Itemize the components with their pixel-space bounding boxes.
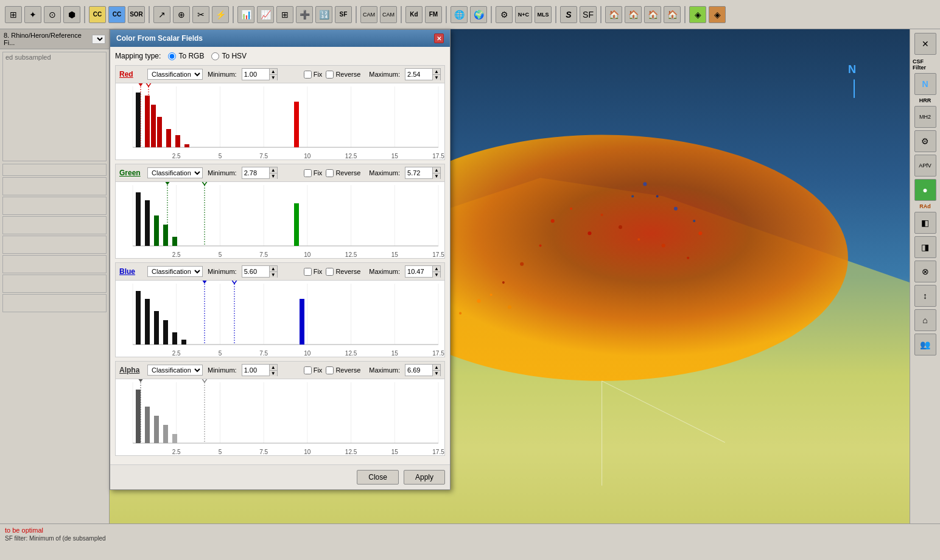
channel-max-spinner-red[interactable]: ▲ ▼ [432,68,441,80]
toolbar-icon-cc[interactable]: CC [89,6,106,23]
right-icon-green[interactable]: ● [914,179,936,201]
mapping-rgb-radio[interactable] [168,52,176,60]
channel-fix-red[interactable] [304,71,312,79]
toolbar-icon-color2[interactable]: ◈ [709,6,726,23]
channel-min-up-alpha[interactable]: ▲ [270,365,277,371]
channel-min-input-blue[interactable] [242,265,269,278]
channel-label-alpha[interactable]: Alpha [119,366,142,374]
toolbar-icon-scissors[interactable]: ✂ [192,6,209,23]
channel-max-up-blue[interactable]: ▲ [433,266,440,272]
channel-select-red[interactable]: Classification [147,69,203,80]
toolbar-icon-fm[interactable]: FM [425,6,442,23]
left-select-1[interactable] [2,177,107,195]
channel-select-blue[interactable]: Classification [147,266,203,277]
apply-button[interactable]: Apply [404,470,445,485]
toolbar-icon-3[interactable]: ⊙ [44,6,61,23]
toolbar-icon-cc2[interactable]: CC [108,6,125,23]
toolbar-icon-cam[interactable]: CAM [360,6,377,23]
right-icon-home[interactable]: ⌂ [914,309,936,331]
toolbar-icon-s[interactable]: S [560,6,577,23]
marker-min-blue[interactable] [200,281,209,284]
channel-max-down-alpha[interactable]: ▼ [433,371,440,376]
toolbar-icon-2[interactable]: ✦ [24,6,41,23]
toolbar-icon-bolt[interactable]: ⚡ [212,6,229,23]
channel-max-input-red[interactable] [405,68,432,80]
left-select-7[interactable] [2,294,107,312]
mapping-hsv-radio[interactable] [211,52,219,60]
toolbar-icon-target[interactable]: ⊕ [173,6,190,23]
toolbar-icon-globe2[interactable]: 🌍 [470,6,487,23]
toolbar-icon-mls[interactable]: MLS [535,6,552,23]
marker-max-blue[interactable] [230,281,239,284]
toolbar-icon-calc[interactable]: 🔢 [315,6,332,23]
channel-max-input-alpha[interactable] [405,364,432,376]
toolbar-icon-1[interactable]: ⊞ [5,6,22,23]
channel-fix-label-alpha[interactable]: Fix [304,366,323,374]
toolbar-icon-mesh[interactable]: ⚙ [496,6,513,23]
channel-min-spinner-green[interactable]: ▲ ▼ [269,167,278,179]
mapping-hsv-label[interactable]: To HSV [211,52,247,60]
channel-max-down-red[interactable]: ▼ [433,75,440,80]
right-icon-close[interactable]: ✕ [914,33,936,55]
marker-min-alpha[interactable] [136,379,145,382]
left-select-2[interactable] [2,197,107,215]
channel-max-down-green[interactable]: ▼ [433,173,440,179]
channel-label-green[interactable]: Green [119,169,142,177]
channel-reverse-red[interactable] [326,71,334,79]
mapping-rgb-label[interactable]: To RGB [168,52,204,60]
marker-max-alpha[interactable] [200,379,209,382]
right-icon-arrow[interactable]: ↕ [914,285,936,307]
toolbar-icon-house4[interactable]: 🏠 [664,6,681,23]
left-panel-dropdown[interactable] [92,35,105,44]
channel-min-spinner-red[interactable]: ▲ ▼ [269,68,278,80]
left-select-5[interactable] [2,255,107,273]
channel-min-up-red[interactable]: ▲ [270,69,277,75]
right-icon-users[interactable]: 👥 [914,334,936,355]
channel-min-down-blue[interactable]: ▼ [270,272,277,278]
channel-min-down-alpha[interactable]: ▼ [270,371,277,376]
channel-min-input-alpha[interactable] [242,364,269,376]
channel-min-up-green[interactable]: ▲ [270,167,277,173]
channel-min-down-green[interactable]: ▼ [270,173,277,179]
toolbar-icon-house3[interactable]: 🏠 [644,6,661,23]
dialog-close-x[interactable]: ✕ [434,33,444,43]
channel-min-input-green[interactable] [242,167,269,179]
channel-fix-label-red[interactable]: Fix [304,71,323,79]
channel-max-down-blue[interactable]: ▼ [433,272,440,278]
toolbar-icon-chart2[interactable]: 📈 [257,6,274,23]
channel-min-spinner-blue[interactable]: ▲ ▼ [269,265,278,278]
channel-reverse-blue[interactable] [326,268,334,276]
channel-fix-label-blue[interactable]: Fix [304,268,323,276]
marker-max-red[interactable] [144,83,153,86]
channel-min-spinner-alpha[interactable]: ▲ ▼ [269,364,278,376]
left-select-6[interactable] [2,275,107,293]
right-icon-settings[interactable]: ⚙ [914,130,936,152]
toolbar-icon-sf[interactable]: SF [335,6,352,23]
channel-reverse-label-green[interactable]: Reverse [326,169,360,177]
toolbar-icon-nc[interactable]: N+C [515,6,532,23]
channel-fix-blue[interactable] [304,268,312,276]
toolbar-icon-chart[interactable]: 📊 [237,6,254,23]
channel-fix-label-green[interactable]: Fix [304,169,323,177]
right-icon-mhz[interactable]: MH2 [914,106,936,128]
right-icon-layers[interactable]: ◧ [914,212,936,234]
channel-max-up-alpha[interactable]: ▲ [433,365,440,371]
channel-min-up-blue[interactable]: ▲ [270,266,277,272]
toolbar-icon-grid[interactable]: ⊞ [276,6,293,23]
channel-max-input-green[interactable] [405,167,432,179]
channel-label-blue[interactable]: Blue [119,267,142,276]
channel-select-alpha[interactable]: Classification [147,365,203,376]
channel-max-spinner-green[interactable]: ▲ ▼ [432,167,441,179]
left-select-3[interactable] [2,216,107,234]
channel-max-spinner-blue[interactable]: ▲ ▼ [432,265,441,278]
channel-reverse-label-alpha[interactable]: Reverse [326,366,360,374]
toolbar-icon-sor[interactable]: SOR [128,6,145,23]
channel-min-input-red[interactable] [242,68,269,80]
channel-max-up-red[interactable]: ▲ [433,69,440,75]
marker-max-green[interactable] [200,182,209,185]
toolbar-icon-arrow[interactable]: ↗ [153,6,170,23]
channel-fix-alpha[interactable] [304,366,312,374]
toolbar-icon-plus[interactable]: ➕ [296,6,313,23]
toolbar-icon-house2[interactable]: 🏠 [625,6,642,23]
channel-reverse-label-red[interactable]: Reverse [326,71,360,79]
